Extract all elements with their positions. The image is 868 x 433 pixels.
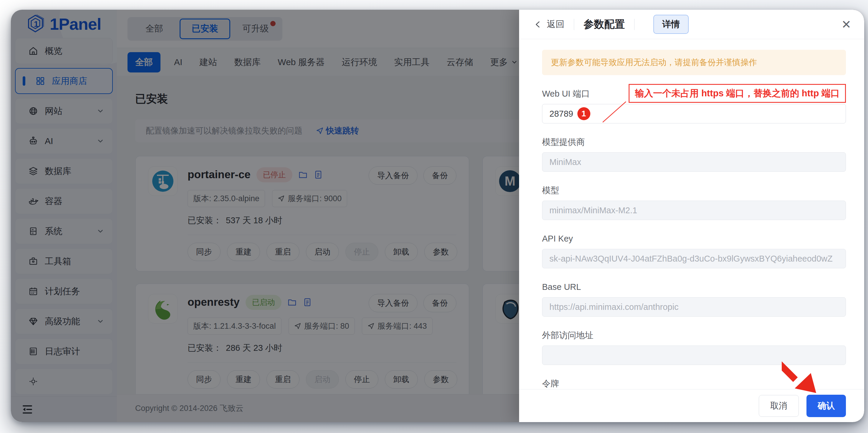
warning-alert: 更新参数可能导致应用无法启动，请提前备份并谨慎操作 (542, 50, 846, 75)
param-config-drawer: 返回 参数配置 详情 ✕ 更新参数可能导致应用无法启动，请提前备份并谨慎操作 W… (519, 10, 864, 422)
drawer-body: 更新参数可能导致应用无法启动，请提前备份并谨慎操作 Web UI 端口 输入一个… (519, 39, 864, 389)
field-label: 外部访问地址 (542, 330, 846, 341)
screenshot-stage: 1 1Panel 概览 应用商店 (0, 0, 868, 433)
confirm-button[interactable]: 确认 (806, 395, 846, 417)
drawer-footer: 取消 确认 (519, 389, 864, 422)
back-button[interactable]: 返回 (534, 18, 564, 30)
api-key-input: sk-api-NAw3QqIUV4-J04atFZhBa0g-d3uCo-bx9… (542, 249, 846, 268)
field-base-url: Base URL https://api.minimaxi.com/anthro… (542, 281, 846, 317)
field-model-provider: 模型提供商 MiniMax (542, 136, 846, 172)
field-model: 模型 minimax/MiniMax-M2.1 (542, 185, 846, 220)
field-token: 令牌 (542, 378, 846, 389)
external-address-input (542, 345, 846, 365)
separator (574, 19, 574, 30)
cancel-button[interactable]: 取消 (759, 395, 799, 417)
field-label: 模型 (542, 185, 846, 196)
arrow-left-icon (534, 20, 542, 29)
field-webui-port: Web UI 端口 输入一个未占用 https 端口，替换之前的 http 端口… (542, 88, 846, 123)
close-icon[interactable]: ✕ (841, 19, 851, 30)
field-label: API Key (542, 233, 846, 244)
field-label: Base URL (542, 281, 846, 292)
field-label: 令牌 (542, 378, 846, 389)
drawer-header: 返回 参数配置 详情 ✕ (519, 10, 864, 39)
1panel-window: 1 1Panel 概览 应用商店 (11, 10, 864, 422)
detail-tab-button[interactable]: 详情 (653, 15, 689, 34)
webui-port-input[interactable]: 28789 1 (542, 104, 846, 123)
step-1-badge: 1 (578, 107, 590, 120)
separator (634, 19, 634, 30)
base-url-input: https://api.minimaxi.com/anthropic (542, 297, 846, 317)
field-external-address: 外部访问地址 (542, 330, 846, 365)
field-label: 模型提供商 (542, 136, 846, 148)
model-input: minimax/MiniMax-M2.1 (542, 200, 846, 220)
drawer-title: 参数配置 (584, 18, 625, 31)
model-provider-input: MiniMax (542, 152, 846, 172)
annotation-callout: 输入一个未占用 https 端口，替换之前的 http 端口 (629, 84, 846, 103)
field-api-key: API Key sk-api-NAw3QqIUV4-J04atFZhBa0g-d… (542, 233, 846, 268)
